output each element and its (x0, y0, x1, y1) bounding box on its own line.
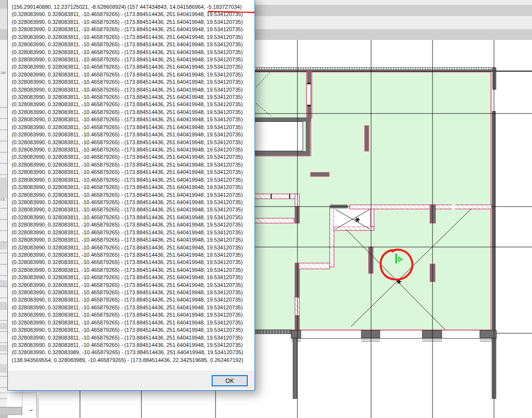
dotted-divider (0, 393, 37, 393)
coords-line: (0.328083990, 0.328083811, -10.465879265… (12, 41, 253, 48)
coords-line: (0.328083990, 0.328083811, -10.465879265… (12, 214, 253, 221)
ok-button[interactable]: OK (212, 375, 248, 386)
coords-line: (0.328083990, 0.328083811, -10.465879265… (12, 71, 253, 78)
coords-line: (0.328083990, 0.328083811, -10.465879265… (12, 304, 253, 311)
coordinates-dialog[interactable]: (156.299140880, 12.237125021, -8.6286089… (7, 0, 255, 391)
coords-line: (0.328083990, 0.328083811, -10.465879265… (12, 131, 253, 138)
left-panel-band (0, 29, 7, 40)
coords-line: (0.328083990, 0.328083811, -10.465879265… (12, 63, 253, 71)
coords-line: (0.328083990, 0.328083811, -10.465879265… (12, 251, 253, 259)
coords-line: (0.328083990, 0.328083811, -10.465879265… (12, 282, 253, 289)
coords-line: (0.328083990, 0.328083811, -10.465879265… (12, 191, 253, 199)
table-cell (0, 242, 7, 249)
coords-line: (0.328083990, 0.328083811, -10.465879265… (12, 139, 253, 146)
left-panel-band (0, 9, 7, 29)
coords-line: (0.328083990, 0.328083811, -10.465879265… (12, 229, 253, 236)
dialog-footer: OK (8, 371, 255, 390)
coords-line: (0.328083990, 0.328083811, -10.465879265… (12, 78, 253, 86)
left-panel-band (0, 0, 7, 9)
coords-line: (0.328083990, 0.328083811, -10.465879265… (12, 342, 253, 349)
clipped-text-fragment: зм (0, 70, 5, 75)
coords-line: (0.328083990, 0.328083811, -10.465879265… (12, 56, 253, 63)
coords-line: (0.328083990, 0.328083811, -10.465879265… (12, 206, 253, 213)
scrollbar-thumb[interactable] (0, 407, 22, 415)
coordinates-list: (156.299140880, 12.237125021, -8.6286089… (12, 3, 253, 364)
coords-line: (0.328083990, 0.328083811, -10.465879265… (12, 176, 253, 184)
floor-area (254, 72, 491, 330)
coords-line: (0.328083990, 0.328083811, -10.465879265… (12, 146, 253, 153)
coords-line: (0.328083990, 0.328083811, -10.465879265… (12, 334, 253, 342)
coords-line: (0.328083990, 0.328083811, -10.465879265… (12, 296, 253, 304)
coords-line: (0.328083990, 0.328083811, -10.465879265… (12, 124, 253, 131)
coords-line: (0.328083990, 0.328083811, -10.465879265… (12, 311, 253, 319)
coords-line: (0.328083990, 0.328083811, -10.465879265… (12, 19, 253, 26)
coords-line: (0.328083990, 0.328083811, -10.465879265… (12, 259, 253, 266)
coords-line: (0.328083990, 0.328083811, -10.465879265… (12, 161, 253, 169)
coords-line: (138.943569554, 0.328083989, -10.4658792… (12, 357, 253, 364)
dotted-divider (22, 393, 22, 417)
left-edge-panel: зм ка (0, 0, 7, 418)
panel-edge (37, 393, 39, 418)
coords-line: (0.328083990, 0.328083811, -10.465879265… (12, 289, 253, 296)
clipped-text-fragment: ка (0, 197, 5, 202)
coords-line: (0.328083990, 0.328083811, -10.465879265… (12, 94, 253, 101)
chevron-down-icon[interactable]: ⌄ (27, 404, 36, 413)
coords-line: (0.328083990, 0.328083811, -10.465879265… (12, 244, 253, 251)
table-cell (0, 280, 7, 286)
table-cell (0, 302, 7, 308)
app-root: { "dialog": { "header_line": "(156.29914… (0, 0, 532, 418)
coords-line: (0.328083990, 0.328083811, -10.465879265… (12, 266, 253, 274)
coords-line: (0.328083990, 0.328083811, -10.465879265… (12, 184, 253, 191)
coords-line: (0.328083990, 0.328083989, -10.465879265… (12, 349, 253, 356)
coords-line: (0.328083990, 0.328083811, -10.465879265… (12, 26, 253, 33)
table-cell (0, 345, 7, 351)
table-cell (0, 178, 7, 189)
bottom-left-scroll-widget: ⌄ (0, 393, 39, 418)
coords-line: (0.328083990, 0.328083811, -10.465879265… (12, 326, 253, 334)
coords-line: (0.328083990, 0.328083811, -10.465879265… (12, 153, 253, 161)
row-separators (0, 96, 7, 408)
coords-line: (0.328083990, 0.328083811, -10.465879265… (12, 221, 253, 228)
table-cell (0, 366, 7, 373)
table-cell (0, 323, 7, 329)
coords-line: (0.328083990, 0.328083811, -10.465879265… (12, 236, 253, 244)
coords-line: (0.328083990, 0.328083811, -10.465879265… (12, 319, 253, 326)
coords-line: (0.328083990, 0.328083811, -10.465879265… (12, 34, 253, 41)
green-start-marker (395, 254, 397, 264)
corner-box (0, 415, 8, 418)
coords-line: (0.328083990, 0.328083811, -10.465879265… (12, 199, 253, 206)
coords-line: (0.328083990, 0.328083811, -10.465879265… (12, 169, 253, 176)
coords-line: (0.328083990, 0.328083811, -10.465879265… (12, 116, 253, 123)
coords-line: (0.328083990, 0.328083811, -10.465879265… (12, 109, 253, 116)
coords-line: (0.328083990, 0.328083811, -10.465879265… (12, 86, 253, 94)
coords-line: (156.299140880, 12.237125021, -8.6286089… (12, 3, 253, 11)
coords-line: (0.328083990, 0.328083811, -10.465879265… (12, 49, 253, 56)
coords-line: (0.328083990, 0.328083811, -10.465879265… (12, 274, 253, 281)
coords-line: (0.328083990, 0.328083811, -10.465879265… (12, 101, 253, 108)
